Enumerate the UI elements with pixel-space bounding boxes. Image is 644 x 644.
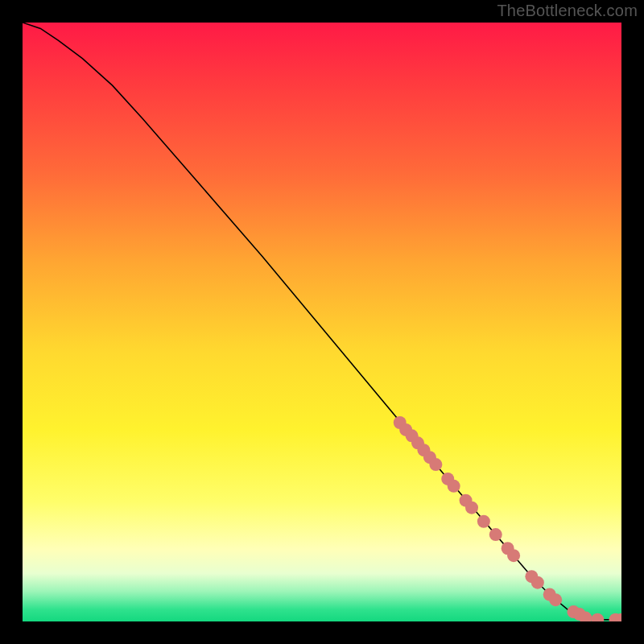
chart-frame: TheBottleneck.com (0, 0, 644, 644)
watermark-text: TheBottleneck.com (497, 2, 638, 20)
chart-background-gradient (23, 23, 621, 621)
